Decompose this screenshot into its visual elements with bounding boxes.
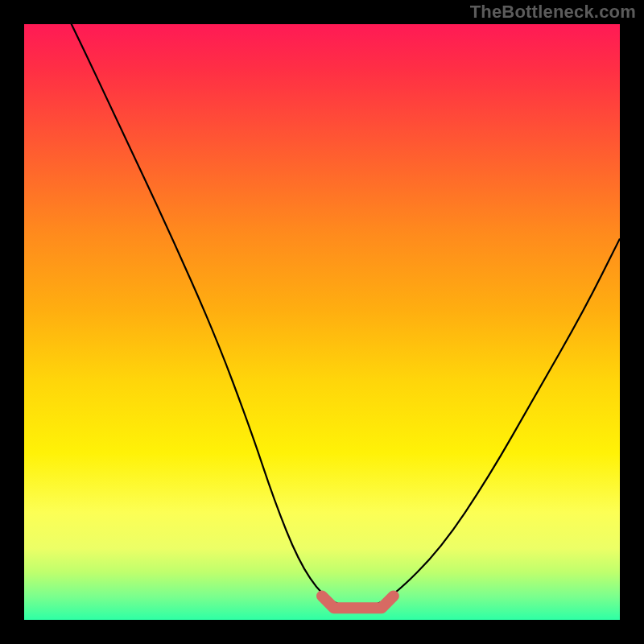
watermark-text: TheBottleneck.com <box>470 2 636 23</box>
chart-frame: TheBottleneck.com <box>0 0 644 644</box>
bottleneck-curve <box>24 24 620 608</box>
curve-layer <box>24 24 620 620</box>
plot-area <box>24 24 620 620</box>
optimal-range-marker <box>322 596 394 608</box>
